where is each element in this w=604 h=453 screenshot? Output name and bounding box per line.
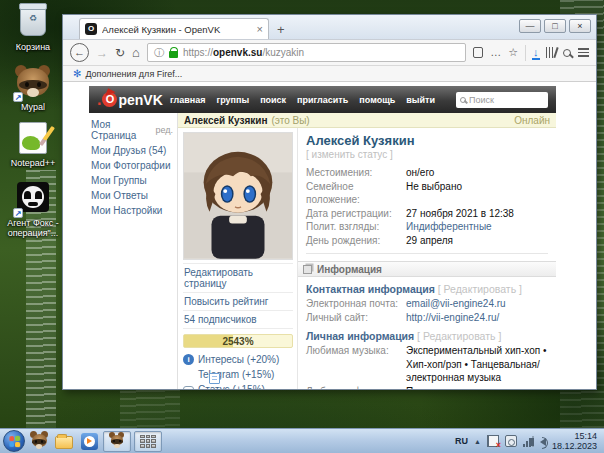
https-lock-icon[interactable] [169, 51, 178, 58]
start-button[interactable] [3, 430, 25, 452]
forward-button[interactable]: → [96, 47, 108, 59]
openvk-logo[interactable]: . O penVK [97, 91, 163, 109]
nav-search[interactable]: поиск [260, 95, 286, 105]
edit-page-link[interactable]: Редактировать страницу [183, 263, 293, 293]
boost-interests[interactable]: i Интересы (+20%) [183, 352, 293, 367]
nav-invite[interactable]: пригласить [297, 95, 348, 105]
menu-icon[interactable] [578, 48, 589, 57]
downloads-icon[interactable]: ↓ [533, 47, 539, 58]
edit-contact-link[interactable]: [ Редактировать ] [438, 283, 522, 295]
openvk-nav: главная группы поиск пригласить помощь в… [170, 92, 548, 108]
bookmarks-bar: ✻ Дополнения для Firef... [63, 66, 596, 82]
desktop: ♻ Корзина ↗ Mypal Notepad++ ↗ Агент Фокс… [0, 0, 604, 453]
field-political: Полит. взгляды:Индифферентные [306, 220, 548, 234]
page-viewport: . O penVK главная группы поиск пригласит… [63, 82, 596, 389]
taskbar-clock[interactable]: 15:14 18.12.2023 [552, 431, 597, 451]
contact-info-title: Контактная информация [ Редактировать ] [306, 283, 548, 295]
url-text: https://openvk.su/kuzyakin [183, 47, 304, 58]
taskbar-media-player[interactable] [78, 430, 100, 452]
url-bar[interactable]: ⓘ https://openvk.su/kuzyakin [147, 43, 466, 62]
sidebar-item-my-page[interactable]: Моя Страница ред. [91, 117, 173, 143]
openvk-search-input[interactable]: Поиск [456, 92, 548, 108]
political-views-link[interactable]: Индифферентные [406, 220, 492, 234]
boost-rating-link[interactable]: Повысить рейтинг [183, 293, 293, 311]
browser-window: O Алексей Кузякин - OpenVK × + — □ × ← →… [62, 14, 597, 390]
nav-help[interactable]: помощь [359, 95, 395, 105]
search-placeholder: Поиск [469, 95, 494, 105]
toolbar-separator [525, 45, 526, 61]
windows-flag-icon [9, 435, 20, 447]
profile-name: Алексей Кузякин [306, 133, 548, 148]
boost-telegram[interactable]: Telegram (+15%) [183, 367, 293, 382]
profile-right-column: Алексей Кузякин [ изменить статус ] Мест… [298, 128, 556, 389]
desktop-icon-label: Корзина [2, 42, 64, 52]
close-button[interactable]: × [569, 19, 591, 33]
desktop-icon-notepadpp[interactable]: Notepad++ [2, 122, 64, 168]
taskbar-explorer[interactable] [53, 430, 75, 452]
clock-time: 15:14 [552, 431, 597, 441]
sidebar-item-my-photos[interactable]: Мои Фотографии [91, 158, 173, 173]
close-tab-icon[interactable]: × [257, 24, 263, 34]
volume-icon[interactable] [540, 438, 546, 446]
profile-avatar[interactable] [183, 132, 293, 260]
home-button[interactable]: ⌂ [132, 46, 140, 59]
mypal-raccoon-icon: ↗ [15, 66, 51, 100]
power-plug-icon[interactable] [505, 435, 517, 447]
page-icon [209, 373, 220, 384]
website-link[interactable]: http://vii-engine24.ru/ [406, 311, 499, 325]
nav-home[interactable]: главная [170, 95, 205, 105]
search-icon[interactable] [563, 49, 571, 57]
maximize-button[interactable]: □ [544, 19, 566, 33]
back-button[interactable]: ← [70, 43, 89, 62]
reload-button[interactable]: ↻ [115, 47, 125, 59]
field-email: Электронная почта:email@vii-engine24.ru [306, 297, 548, 311]
minimize-button[interactable]: — [519, 19, 541, 33]
boost-status[interactable]: Статус (+15%) [183, 382, 293, 389]
bricks-icon [140, 435, 156, 448]
window-titlebar[interactable]: O Алексей Кузякин - OpenVK × + — □ × [63, 15, 596, 39]
bookmark-item[interactable]: Дополнения для Firef... [85, 69, 182, 79]
email-link[interactable]: email@vii-engine24.ru [406, 297, 506, 311]
desktop-icon-agent-game[interactable]: ↗ Агент Фокс - операция"... [2, 182, 64, 238]
bookmark-favicon-icon: ✻ [73, 69, 81, 79]
sidebar-item-my-answers[interactable]: Мои Ответы [91, 188, 173, 203]
sidebar-item-my-groups[interactable]: Мои Группы [91, 173, 173, 188]
notepadpp-icon [15, 122, 51, 156]
topbar-name: Алексей Кузякин [184, 115, 267, 126]
taskbar-mypal-pinned[interactable] [28, 430, 50, 452]
page-actions-icon[interactable]: … [490, 47, 501, 58]
action-center-flag-icon[interactable] [487, 435, 499, 447]
rating-bar: 2543% [183, 334, 293, 348]
site-info-icon[interactable]: ⓘ [154, 46, 164, 60]
change-status-link[interactable]: [ изменить статус ] [306, 149, 548, 160]
openvk-sidebar: Моя Страница ред. Мои Друзья (54) Мои Фо… [89, 113, 177, 389]
bookmark-star-icon[interactable]: ☆ [508, 47, 518, 58]
desktop-icon-label: Mypal [2, 102, 64, 112]
browser-toolbar: ← → ↻ ⌂ ⓘ https://openvk.su/kuzyakin … ☆… [63, 39, 596, 66]
taskbar-mypal-window[interactable] [103, 431, 131, 452]
sidebar-item-my-friends[interactable]: Мои Друзья (54) [91, 143, 173, 158]
online-status: Онлайн [514, 115, 550, 126]
reader-mode-icon[interactable] [473, 47, 483, 58]
edit-link[interactable]: ред. [155, 125, 173, 135]
field-fav-movies: Любимые фильмы:Первому игроку приготовит… [306, 385, 548, 390]
browser-tab[interactable]: O Алексей Кузякин - OpenVK × [79, 18, 269, 39]
divider [306, 253, 548, 254]
desktop-icon-recycle-bin[interactable]: ♻ Корзина [2, 4, 64, 52]
nav-logout[interactable]: выйти [406, 95, 435, 105]
personal-info-title: Личная информация [ Редактировать ] [306, 330, 548, 342]
recycle-bin-icon: ♻ [15, 6, 51, 40]
sidebar-item-my-settings[interactable]: Мои Настройки [91, 203, 173, 218]
desktop-icon-mypal[interactable]: ↗ Mypal [2, 66, 64, 112]
tray-expand-icon[interactable]: ▲ [474, 438, 481, 445]
openvk-logo-o-icon: O [102, 92, 117, 107]
new-tab-button[interactable]: + [269, 22, 293, 39]
taskbar-bricks-app[interactable] [134, 431, 162, 452]
agent-game-icon: ↗ [15, 182, 51, 216]
library-icon[interactable] [546, 47, 557, 58]
subscribers-link[interactable]: 54 подписчиков [183, 311, 293, 329]
nav-groups[interactable]: группы [216, 95, 249, 105]
edit-personal-link[interactable]: [ Редактировать ] [417, 330, 501, 342]
language-indicator[interactable]: RU [455, 436, 468, 446]
search-icon [460, 97, 466, 103]
